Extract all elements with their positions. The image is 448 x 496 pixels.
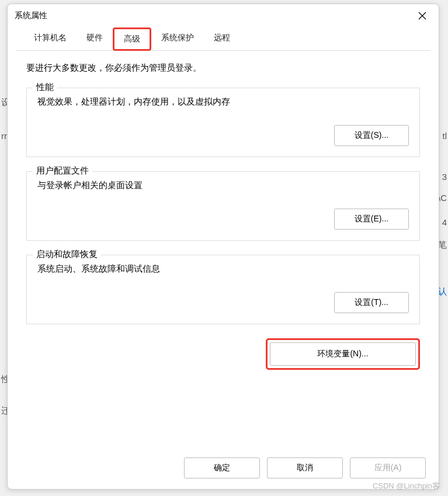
tab-computer-name[interactable]: 计算机名 — [24, 27, 77, 50]
bg-text: 笔 — [438, 240, 447, 251]
bg-text: \C — [438, 193, 447, 203]
tab-hardware[interactable]: 硬件 — [77, 27, 113, 50]
bg-text: rr — [1, 131, 7, 141]
performance-settings-button[interactable]: 设置(S)... — [334, 125, 409, 146]
user-profiles-desc: 与登录帐户相关的桌面设置 — [37, 180, 409, 191]
performance-settings-label: 设置(S)... — [355, 130, 388, 140]
environment-variables-label: 环境变量(N)... — [317, 349, 368, 358]
ok-button[interactable]: 确定 — [184, 457, 260, 478]
bg-text: 认 — [438, 286, 447, 297]
titlebar: 系统属性 — [8, 4, 439, 27]
user-profiles-settings-label: 设置(E)... — [355, 214, 388, 223]
startup-recovery-desc: 系统启动、系统故障和调试信息 — [37, 263, 409, 275]
user-profiles-group-title: 用户配置文件 — [33, 165, 92, 176]
startup-recovery-group-title: 启动和故障恢复 — [33, 249, 101, 260]
window-title: 系统属性 — [15, 11, 47, 21]
cancel-button[interactable]: 取消 — [267, 457, 343, 478]
env-variables-highlight: 环境变量(N)... — [266, 338, 420, 370]
system-properties-dialog: 系统属性 计算机名 硬件 高级 系统保护 远程 要进行大多数更改，你必须作为管理… — [7, 4, 439, 490]
tab-remote[interactable]: 远程 — [204, 27, 240, 50]
bg-text: 3 — [442, 172, 447, 182]
performance-group-title: 性能 — [33, 82, 57, 93]
tab-bar: 计算机名 硬件 高级 系统保护 远程 — [16, 27, 430, 51]
user-profiles-settings-button[interactable]: 设置(E)... — [334, 209, 409, 230]
environment-variables-button[interactable]: 环境变量(N)... — [270, 342, 416, 366]
dialog-footer: 确定 取消 应用(A) — [8, 449, 439, 489]
close-icon — [418, 12, 426, 20]
apply-button[interactable]: 应用(A) — [350, 457, 426, 478]
startup-recovery-settings-button[interactable]: 设置(T)... — [334, 292, 409, 313]
tab-advanced[interactable]: 高级 — [113, 27, 151, 51]
performance-desc: 视觉效果，处理器计划，内存使用，以及虚拟内存 — [37, 96, 409, 107]
startup-recovery-group: 启动和故障恢复 系统启动、系统故障和调试信息 设置(T)... — [26, 255, 420, 324]
env-variables-row: 环境变量(N)... — [26, 338, 420, 370]
bg-text: 4 — [442, 217, 447, 227]
tab-system-protection[interactable]: 系统保护 — [151, 27, 204, 50]
bg-text: tl — [443, 131, 447, 141]
user-profiles-group: 用户配置文件 与登录帐户相关的桌面设置 设置(E)... — [26, 171, 420, 241]
startup-recovery-settings-label: 设置(T)... — [355, 297, 388, 307]
performance-group: 性能 视觉效果，处理器计划，内存使用，以及虚拟内存 设置(S)... — [26, 88, 420, 157]
tab-content: 要进行大多数更改，你必须作为管理员登录。 性能 视觉效果，处理器计划，内存使用，… — [8, 51, 439, 449]
close-button[interactable] — [413, 6, 432, 25]
admin-notice: 要进行大多数更改，你必须作为管理员登录。 — [26, 63, 420, 74]
